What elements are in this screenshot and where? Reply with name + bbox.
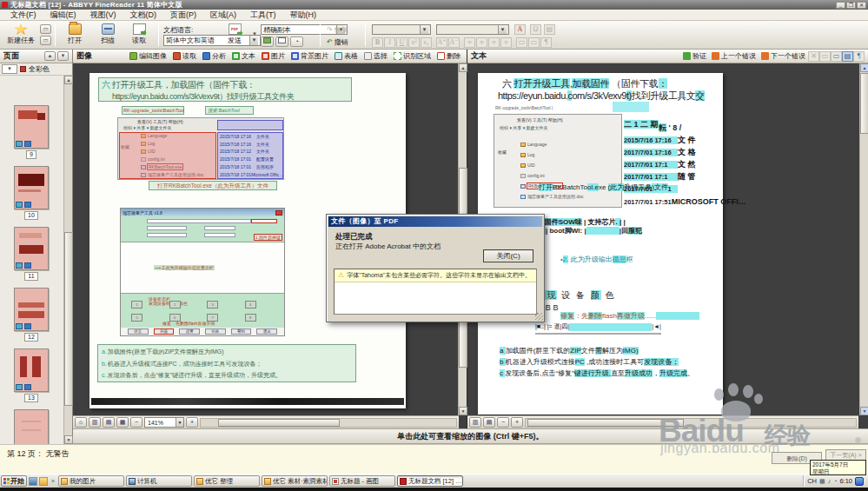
copy-icon[interactable]: ▭ — [819, 51, 831, 62]
horizontal-pane-icon[interactable]: ▤ — [103, 417, 115, 428]
subscript-button[interactable]: x₂ — [421, 37, 432, 48]
menu-item[interactable]: 视图(V) — [83, 10, 123, 21]
page-thumbnail[interactable]: 10 — [14, 166, 49, 220]
split-pane-icon[interactable]: ▥ — [89, 417, 101, 428]
undo-button[interactable]: ↶ 撤销 — [327, 37, 348, 47]
vertical-pane-icon[interactable]: ▦ — [116, 417, 129, 428]
zoom-out-icon[interactable]: − — [130, 417, 142, 428]
taskbar-task-button[interactable]: 无标题 - 画图 — [329, 475, 395, 487]
menu-item[interactable]: 文件(F) — [3, 10, 43, 21]
keep-layout-icon[interactable] — [275, 36, 288, 47]
maximize-icon[interactable]: ❐ — [846, 2, 856, 9]
bold-button[interactable]: B — [372, 37, 383, 48]
open-button[interactable]: 打开 — [59, 23, 90, 45]
paragraph-mark-icon[interactable]: ¶ — [540, 37, 552, 48]
tray-language-indicator[interactable]: CH — [807, 477, 817, 485]
font-bigger-button[interactable]: A⁺ — [436, 37, 447, 48]
page-thumbnail[interactable]: 12 — [14, 288, 49, 342]
special-char-icon[interactable]: Ω — [530, 24, 541, 35]
image-tool-button[interactable]: 编辑图像 — [127, 50, 169, 62]
tray-app-icon[interactable] — [855, 477, 864, 486]
minimize-icon[interactable]: _ — [836, 2, 845, 9]
font-color-icon[interactable]: A — [514, 24, 526, 35]
image-tool-button[interactable]: 背景图片 — [288, 50, 331, 62]
align-justify-icon[interactable]: ≡ — [500, 37, 512, 48]
page-thumbnail[interactable]: 14 — [14, 409, 49, 444]
magnifier-icon[interactable]: ◔ — [290, 36, 303, 47]
page-thumbnail[interactable]: 13 — [14, 348, 49, 402]
menu-item[interactable]: 区域(A) — [203, 10, 243, 21]
previous-error-button[interactable]: 上一个错误 — [709, 50, 759, 62]
text-vertical-scrollbar[interactable]: ▲ ▼ — [859, 63, 868, 415]
taskbar-task-button[interactable]: 优它 整理 — [194, 475, 260, 487]
thumbnail-view-select[interactable]: ▼ — [2, 64, 17, 74]
font-size-select[interactable]: ▼ — [436, 24, 509, 35]
duplicate-page-button[interactable]: ▭ — [40, 36, 51, 45]
taskbar-task-button[interactable]: 无标题文档 [12] … — [397, 475, 463, 487]
properties-icon[interactable]: ▤ — [544, 24, 555, 35]
new-task-button[interactable]: 新建任务 — [3, 23, 38, 45]
dialog-titlebar[interactable]: 文件（图像）至 PDF — [328, 216, 542, 227]
tray-volume-icon[interactable]: ♪ — [828, 478, 832, 484]
pages-scrollbar[interactable]: ▲ ▼ — [63, 76, 72, 444]
underline-button[interactable]: U — [396, 37, 407, 48]
tray-clock[interactable]: 6:10 — [839, 477, 852, 485]
redo-button[interactable]: ↷ 恢复 — [327, 25, 348, 35]
page-thumbnail[interactable]: 11 — [14, 227, 49, 281]
align-right-icon[interactable]: ≡ — [488, 37, 500, 48]
close-icon[interactable]: ✕ — [857, 2, 866, 9]
resize-grip[interactable] — [535, 313, 543, 321]
quicklaunch-desktop-icon[interactable] — [29, 477, 37, 486]
page-down-icon[interactable]: ▼ — [57, 51, 69, 61]
image-tool-button[interactable]: 选择 — [361, 50, 390, 62]
paste-icon[interactable]: ▭ — [831, 51, 842, 62]
page-thumbnail[interactable]: 9 — [14, 105, 49, 159]
send-dropdown-icon[interactable]: ▼ — [252, 31, 257, 36]
font-smaller-button[interactable]: A⁻ — [448, 37, 460, 48]
page-up-icon[interactable]: ▲ — [44, 51, 56, 61]
list-format-icon[interactable]: ▭ — [516, 37, 527, 48]
taskbar-task-button[interactable]: 优它 素材·素洞素材… — [262, 475, 328, 487]
next-error-button[interactable]: 下一个错误 — [759, 50, 808, 62]
text-horizontal-scrollbar[interactable] — [525, 418, 857, 428]
taskbar-task-button[interactable]: 我的图片 — [58, 475, 124, 487]
zoom-level-select[interactable]: 141% ▼ — [144, 417, 184, 428]
taskbar-task-button[interactable]: 计算机 — [126, 475, 192, 487]
cut-icon[interactable]: ✕ — [808, 51, 819, 62]
read-button[interactable]: 读取 — [123, 23, 155, 45]
tray-network-icon[interactable]: ◔ — [833, 478, 837, 484]
image-tool-button[interactable]: 文本 — [229, 50, 258, 62]
quicklaunch-folder-icon[interactable] — [39, 477, 48, 486]
menu-item[interactable]: 页面(P) — [163, 10, 203, 21]
image-tool-button[interactable]: 识别区域 — [391, 50, 434, 62]
image-tool-button[interactable]: 表格 — [332, 50, 361, 62]
image-tool-button[interactable]: 读取 — [170, 50, 199, 62]
start-button[interactable]: 开始 — [1, 475, 27, 487]
scan-button[interactable]: 扫描 — [92, 23, 123, 45]
text-pane-icon[interactable]: ▥ — [469, 417, 481, 428]
text-zoom-out-icon[interactable]: − — [497, 417, 509, 428]
text-zoom-in-icon[interactable]: + — [511, 417, 523, 428]
menu-item[interactable]: 帮助(H) — [283, 10, 324, 21]
zoom-in-icon[interactable]: + — [186, 417, 198, 428]
paragraph-toggle-icon[interactable]: ¶ — [853, 51, 865, 62]
image-tool-button[interactable]: 分析 — [200, 50, 229, 62]
menu-item[interactable]: 工具(T) — [243, 10, 283, 21]
indent-format-icon[interactable]: ▭ — [528, 37, 540, 48]
copy-page-button[interactable]: ▭ — [40, 24, 51, 34]
highlight-toggle-icon[interactable]: ▤ — [842, 51, 853, 62]
align-left-icon[interactable]: ≡ — [464, 37, 475, 48]
verify-button[interactable]: 验证 — [680, 50, 709, 62]
align-center-icon[interactable]: ≡ — [476, 37, 487, 48]
keep-pictures-icon[interactable] — [261, 36, 274, 47]
image-horizontal-scrollbar[interactable] — [200, 418, 457, 428]
menu-item[interactable]: 文档(D) — [123, 10, 164, 21]
close-button[interactable]: 关闭(C) — [483, 249, 533, 262]
tray-printer-icon[interactable]: ▦ — [819, 478, 825, 485]
send-button[interactable]: 发送 — [219, 23, 250, 45]
menu-item[interactable]: 编辑(E) — [43, 10, 83, 21]
quicklaunch-overflow-icon[interactable]: » — [50, 478, 56, 484]
superscript-button[interactable]: x² — [408, 37, 420, 48]
zoom-pane-bar[interactable]: 单击此处可查看缩放的图像 (Ctrl 键+F5)。 — [73, 428, 868, 444]
italic-button[interactable]: I — [384, 37, 395, 48]
